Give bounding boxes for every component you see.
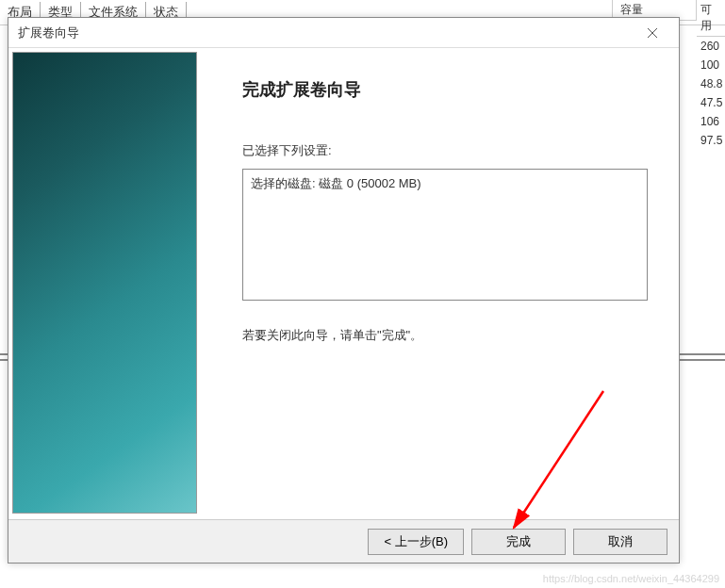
titlebar: 扩展卷向导: [8, 18, 679, 48]
bg-value: 97.5: [697, 131, 725, 150]
selected-settings-label: 已选择下列设置:: [242, 142, 656, 159]
bg-value: 260: [697, 37, 725, 56]
settings-listbox[interactable]: 选择的磁盘: 磁盘 0 (50002 MB): [242, 169, 648, 301]
close-button[interactable]: [635, 20, 669, 46]
finish-instruction: 若要关闭此向导，请单击"完成"。: [242, 327, 656, 344]
settings-line: 选择的磁盘: 磁盘 0 (50002 MB): [251, 175, 639, 192]
watermark-text: https://blog.csdn.net/weixin_44364299: [543, 573, 719, 584]
wizard-content: 完成扩展卷向导 已选择下列设置: 选择的磁盘: 磁盘 0 (50002 MB) …: [197, 48, 679, 519]
wizard-dialog: 扩展卷向导 完成扩展卷向导 已选择下列设置: 选择的磁盘: 磁盘 0 (5000…: [8, 17, 680, 564]
background-available-column: 可用 260 100 48.8 47.5 106 97.5: [697, 0, 725, 150]
cancel-button[interactable]: 取消: [573, 529, 667, 555]
back-button[interactable]: < 上一步(B): [368, 529, 464, 555]
dialog-body: 完成扩展卷向导 已选择下列设置: 选择的磁盘: 磁盘 0 (50002 MB) …: [8, 48, 679, 519]
close-icon: [647, 27, 658, 39]
col-available: 可用: [697, 0, 725, 37]
wizard-sidebar-graphic: [12, 52, 197, 514]
wizard-heading: 完成扩展卷向导: [242, 78, 656, 101]
bg-value: 48.8: [697, 74, 725, 93]
dialog-title: 扩展卷向导: [18, 24, 79, 41]
button-bar: < 上一步(B) 完成 取消: [8, 519, 679, 563]
finish-button[interactable]: 完成: [471, 529, 566, 555]
bg-value: 100: [697, 56, 725, 74]
bg-value: 106: [697, 112, 725, 131]
bg-value: 47.5: [697, 93, 725, 112]
